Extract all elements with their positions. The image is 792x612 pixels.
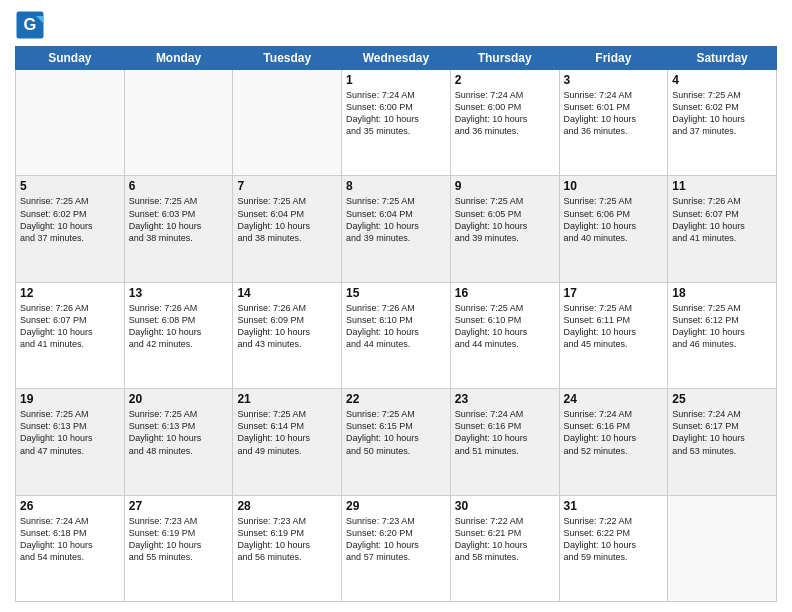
day-info: Sunrise: 7:25 AM Sunset: 6:04 PM Dayligh…	[237, 195, 337, 244]
weekday-header-sunday: Sunday	[16, 47, 125, 70]
day-number: 25	[672, 392, 772, 406]
day-info: Sunrise: 7:22 AM Sunset: 6:22 PM Dayligh…	[564, 515, 664, 564]
day-info: Sunrise: 7:25 AM Sunset: 6:03 PM Dayligh…	[129, 195, 229, 244]
calendar-cell: 25Sunrise: 7:24 AM Sunset: 6:17 PM Dayli…	[668, 389, 777, 495]
calendar-cell: 24Sunrise: 7:24 AM Sunset: 6:16 PM Dayli…	[559, 389, 668, 495]
weekday-header-thursday: Thursday	[450, 47, 559, 70]
day-info: Sunrise: 7:22 AM Sunset: 6:21 PM Dayligh…	[455, 515, 555, 564]
day-number: 29	[346, 499, 446, 513]
calendar-cell	[124, 70, 233, 176]
calendar-week-row: 26Sunrise: 7:24 AM Sunset: 6:18 PM Dayli…	[16, 495, 777, 601]
calendar-cell: 29Sunrise: 7:23 AM Sunset: 6:20 PM Dayli…	[342, 495, 451, 601]
calendar-cell: 18Sunrise: 7:25 AM Sunset: 6:12 PM Dayli…	[668, 282, 777, 388]
calendar-cell: 22Sunrise: 7:25 AM Sunset: 6:15 PM Dayli…	[342, 389, 451, 495]
calendar-week-row: 12Sunrise: 7:26 AM Sunset: 6:07 PM Dayli…	[16, 282, 777, 388]
day-number: 18	[672, 286, 772, 300]
calendar-cell: 9Sunrise: 7:25 AM Sunset: 6:05 PM Daylig…	[450, 176, 559, 282]
day-number: 27	[129, 499, 229, 513]
day-info: Sunrise: 7:24 AM Sunset: 6:00 PM Dayligh…	[346, 89, 446, 138]
calendar-table: SundayMondayTuesdayWednesdayThursdayFrid…	[15, 46, 777, 602]
day-number: 24	[564, 392, 664, 406]
calendar-cell: 11Sunrise: 7:26 AM Sunset: 6:07 PM Dayli…	[668, 176, 777, 282]
calendar-week-row: 1Sunrise: 7:24 AM Sunset: 6:00 PM Daylig…	[16, 70, 777, 176]
calendar-cell: 26Sunrise: 7:24 AM Sunset: 6:18 PM Dayli…	[16, 495, 125, 601]
day-number: 9	[455, 179, 555, 193]
weekday-header-tuesday: Tuesday	[233, 47, 342, 70]
calendar-cell: 2Sunrise: 7:24 AM Sunset: 6:00 PM Daylig…	[450, 70, 559, 176]
calendar-cell: 31Sunrise: 7:22 AM Sunset: 6:22 PM Dayli…	[559, 495, 668, 601]
logo: G	[15, 10, 49, 40]
calendar-cell: 21Sunrise: 7:25 AM Sunset: 6:14 PM Dayli…	[233, 389, 342, 495]
day-number: 14	[237, 286, 337, 300]
day-info: Sunrise: 7:25 AM Sunset: 6:13 PM Dayligh…	[129, 408, 229, 457]
calendar-cell: 10Sunrise: 7:25 AM Sunset: 6:06 PM Dayli…	[559, 176, 668, 282]
calendar-cell: 4Sunrise: 7:25 AM Sunset: 6:02 PM Daylig…	[668, 70, 777, 176]
day-number: 10	[564, 179, 664, 193]
day-info: Sunrise: 7:24 AM Sunset: 6:16 PM Dayligh…	[564, 408, 664, 457]
calendar-cell: 28Sunrise: 7:23 AM Sunset: 6:19 PM Dayli…	[233, 495, 342, 601]
day-number: 30	[455, 499, 555, 513]
day-number: 1	[346, 73, 446, 87]
day-info: Sunrise: 7:23 AM Sunset: 6:19 PM Dayligh…	[237, 515, 337, 564]
day-info: Sunrise: 7:23 AM Sunset: 6:19 PM Dayligh…	[129, 515, 229, 564]
day-number: 16	[455, 286, 555, 300]
calendar-cell: 15Sunrise: 7:26 AM Sunset: 6:10 PM Dayli…	[342, 282, 451, 388]
calendar-cell: 12Sunrise: 7:26 AM Sunset: 6:07 PM Dayli…	[16, 282, 125, 388]
calendar-cell: 7Sunrise: 7:25 AM Sunset: 6:04 PM Daylig…	[233, 176, 342, 282]
calendar-week-row: 19Sunrise: 7:25 AM Sunset: 6:13 PM Dayli…	[16, 389, 777, 495]
day-number: 28	[237, 499, 337, 513]
day-number: 17	[564, 286, 664, 300]
calendar-cell: 17Sunrise: 7:25 AM Sunset: 6:11 PM Dayli…	[559, 282, 668, 388]
day-number: 26	[20, 499, 120, 513]
day-info: Sunrise: 7:26 AM Sunset: 6:10 PM Dayligh…	[346, 302, 446, 351]
day-info: Sunrise: 7:25 AM Sunset: 6:06 PM Dayligh…	[564, 195, 664, 244]
day-info: Sunrise: 7:25 AM Sunset: 6:13 PM Dayligh…	[20, 408, 120, 457]
day-number: 31	[564, 499, 664, 513]
calendar-cell	[16, 70, 125, 176]
calendar-cell: 23Sunrise: 7:24 AM Sunset: 6:16 PM Dayli…	[450, 389, 559, 495]
calendar-week-row: 5Sunrise: 7:25 AM Sunset: 6:02 PM Daylig…	[16, 176, 777, 282]
day-info: Sunrise: 7:24 AM Sunset: 6:18 PM Dayligh…	[20, 515, 120, 564]
weekday-header-wednesday: Wednesday	[342, 47, 451, 70]
page: G SundayMondayTuesdayWednesdayThursdayFr…	[0, 0, 792, 612]
logo-icon: G	[15, 10, 45, 40]
weekday-header-saturday: Saturday	[668, 47, 777, 70]
day-info: Sunrise: 7:25 AM Sunset: 6:10 PM Dayligh…	[455, 302, 555, 351]
day-number: 8	[346, 179, 446, 193]
day-number: 5	[20, 179, 120, 193]
calendar-cell: 13Sunrise: 7:26 AM Sunset: 6:08 PM Dayli…	[124, 282, 233, 388]
day-info: Sunrise: 7:23 AM Sunset: 6:20 PM Dayligh…	[346, 515, 446, 564]
day-number: 11	[672, 179, 772, 193]
calendar-cell	[233, 70, 342, 176]
day-number: 20	[129, 392, 229, 406]
day-info: Sunrise: 7:26 AM Sunset: 6:09 PM Dayligh…	[237, 302, 337, 351]
day-info: Sunrise: 7:26 AM Sunset: 6:07 PM Dayligh…	[20, 302, 120, 351]
day-info: Sunrise: 7:24 AM Sunset: 6:00 PM Dayligh…	[455, 89, 555, 138]
calendar-cell: 14Sunrise: 7:26 AM Sunset: 6:09 PM Dayli…	[233, 282, 342, 388]
day-info: Sunrise: 7:24 AM Sunset: 6:16 PM Dayligh…	[455, 408, 555, 457]
day-info: Sunrise: 7:26 AM Sunset: 6:07 PM Dayligh…	[672, 195, 772, 244]
day-info: Sunrise: 7:25 AM Sunset: 6:02 PM Dayligh…	[672, 89, 772, 138]
day-number: 7	[237, 179, 337, 193]
day-info: Sunrise: 7:25 AM Sunset: 6:15 PM Dayligh…	[346, 408, 446, 457]
calendar-cell: 16Sunrise: 7:25 AM Sunset: 6:10 PM Dayli…	[450, 282, 559, 388]
calendar-cell: 3Sunrise: 7:24 AM Sunset: 6:01 PM Daylig…	[559, 70, 668, 176]
day-info: Sunrise: 7:25 AM Sunset: 6:02 PM Dayligh…	[20, 195, 120, 244]
day-info: Sunrise: 7:25 AM Sunset: 6:05 PM Dayligh…	[455, 195, 555, 244]
day-number: 15	[346, 286, 446, 300]
day-info: Sunrise: 7:24 AM Sunset: 6:01 PM Dayligh…	[564, 89, 664, 138]
day-number: 22	[346, 392, 446, 406]
svg-text:G: G	[24, 15, 37, 33]
calendar-cell: 27Sunrise: 7:23 AM Sunset: 6:19 PM Dayli…	[124, 495, 233, 601]
day-number: 19	[20, 392, 120, 406]
day-number: 2	[455, 73, 555, 87]
header: G	[15, 10, 777, 40]
calendar-cell: 6Sunrise: 7:25 AM Sunset: 6:03 PM Daylig…	[124, 176, 233, 282]
day-number: 21	[237, 392, 337, 406]
day-number: 3	[564, 73, 664, 87]
weekday-header-monday: Monday	[124, 47, 233, 70]
day-info: Sunrise: 7:25 AM Sunset: 6:04 PM Dayligh…	[346, 195, 446, 244]
weekday-header-friday: Friday	[559, 47, 668, 70]
day-info: Sunrise: 7:26 AM Sunset: 6:08 PM Dayligh…	[129, 302, 229, 351]
calendar-cell	[668, 495, 777, 601]
